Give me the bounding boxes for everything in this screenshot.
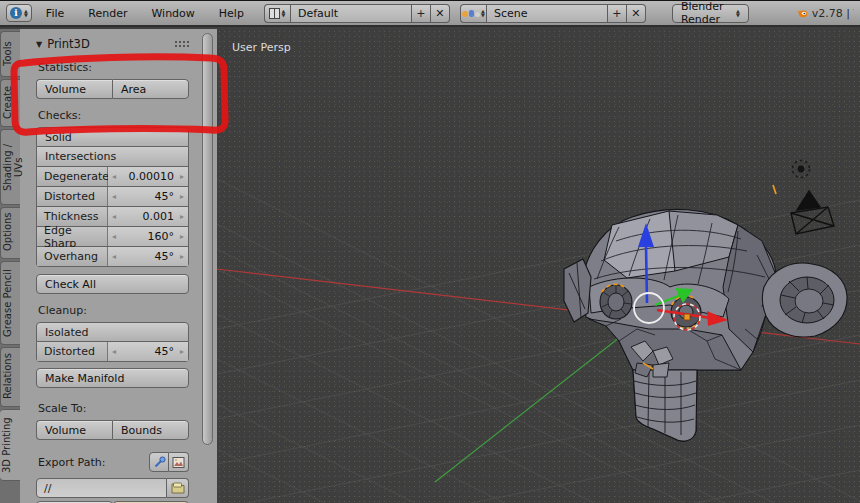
area-button[interactable]: Area	[112, 79, 189, 99]
stepper-right-icon[interactable]: ▸	[180, 347, 184, 356]
tab-create[interactable]: Create	[0, 79, 20, 127]
scene-browse-button[interactable]: ▲▼	[460, 4, 486, 23]
scale-bounds-button[interactable]: Bounds	[112, 420, 189, 440]
check-distorted-button[interactable]: Distorted	[37, 187, 108, 206]
panel-drag-dots-icon[interactable]	[174, 40, 189, 48]
stepper-right-icon[interactable]: ▸	[180, 172, 184, 181]
check-edge-sharp-row: Edge Sharp ◂ 160° ▸	[36, 227, 189, 247]
check-edge-sharp-button[interactable]: Edge Sharp	[37, 227, 108, 246]
distorted-value-slider[interactable]: ◂ 45° ▸	[108, 187, 188, 206]
export-path-row: //	[36, 478, 189, 498]
panel-collapse-icon: ▼	[36, 40, 42, 49]
degenerate-value-slider[interactable]: ◂ 0.00010 ▸	[108, 167, 188, 186]
export-path-input[interactable]: //	[36, 478, 167, 498]
export-path-label: Export Path:	[38, 456, 105, 469]
eyedropper-icon	[153, 456, 166, 469]
stepper-right-icon[interactable]: ▸	[180, 192, 184, 201]
layout-arrows-icon: ▲▼	[281, 9, 285, 17]
scene-arrows-icon: ▲▼	[481, 9, 485, 17]
print3d-panel-header[interactable]: ▼ Print3D	[36, 37, 189, 51]
scale-volume-button[interactable]: Volume	[36, 420, 112, 440]
tool-shelf: ▼ Print3D Statistics: Volume Area Checks…	[20, 29, 217, 503]
edge-sharp-value: 160°	[116, 230, 180, 243]
scene-icon	[462, 10, 480, 17]
make-manifold-label: Make Manifold	[45, 372, 124, 385]
menu-render[interactable]: Render	[78, 7, 137, 20]
viewport-scene	[217, 29, 860, 503]
check-intersections-button[interactable]: Intersections	[36, 147, 189, 167]
menu-window[interactable]: Window	[141, 7, 204, 20]
toolshelf-scrollbar-track[interactable]	[201, 33, 215, 499]
check-overhang-button[interactable]: Overhang	[37, 247, 108, 266]
statistics-label: Statistics:	[38, 61, 189, 74]
check-all-label: Check All	[45, 278, 96, 291]
menu-file[interactable]: File	[36, 7, 74, 20]
lamp-object[interactable]	[793, 161, 810, 178]
delete-scene-button[interactable]: ✕	[627, 4, 646, 23]
toolshelf-scrollbar-thumb[interactable]	[202, 33, 213, 445]
volume-button[interactable]: Volume	[36, 79, 112, 99]
render-engine-label: Blender Render	[681, 0, 728, 26]
blender-window: { "header": { "menus": ["File", "Render"…	[0, 0, 860, 503]
viewport-3d[interactable]: User Persp	[217, 29, 860, 503]
check-solid-label: Solid	[45, 131, 72, 144]
folder-icon	[171, 482, 185, 494]
tab-tools[interactable]: Tools	[0, 31, 20, 77]
panel-title: Print3D	[47, 37, 90, 51]
tab-relations[interactable]: Relations	[0, 347, 20, 407]
eyedropper-button[interactable]	[149, 452, 169, 472]
thickness-value-slider[interactable]: ◂ 0.001 ▸	[108, 207, 188, 226]
scale-to-buttons: Volume Bounds	[36, 420, 189, 440]
screen-layout-icon	[269, 8, 280, 19]
screen-layout-browse-button[interactable]: ▲▼	[264, 4, 290, 23]
cleanup-distorted-slider[interactable]: ◂ 45° ▸	[108, 342, 188, 361]
overhang-label: Overhang	[44, 250, 98, 263]
blender-logo-icon	[797, 6, 808, 21]
edge-sharp-label: Edge Sharp	[44, 224, 100, 250]
cleanup-distorted-value: 45°	[116, 345, 180, 358]
open-file-browser-button[interactable]	[167, 478, 189, 498]
image-preview-button[interactable]	[169, 452, 189, 472]
checks-label: Checks:	[38, 109, 189, 122]
camera-object[interactable]	[791, 191, 834, 234]
check-all-button[interactable]: Check All	[36, 274, 189, 294]
stepper-right-icon[interactable]: ▸	[180, 252, 184, 261]
version-text: v2.78 | Verts	[812, 7, 854, 20]
check-degenerate-button[interactable]: Degenerate	[37, 167, 108, 186]
suzanne-mesh[interactable]	[564, 185, 847, 441]
cleanup-block: Isolated Distorted ◂ 45° ▸	[36, 322, 189, 362]
distorted-label: Distorted	[44, 190, 95, 203]
overhang-value: 45°	[116, 250, 180, 263]
cleanup-distorted-button[interactable]: Distorted	[37, 342, 108, 361]
tab-shading-uvs[interactable]: Shading / UVs	[0, 129, 20, 205]
edge-sharp-value-slider[interactable]: ◂ 160° ▸	[108, 227, 188, 246]
add-layout-button[interactable]: +	[412, 4, 431, 23]
gizmo-z-arrow[interactable]	[646, 245, 647, 303]
distorted-value: 45°	[116, 190, 180, 203]
editor-type-selector[interactable]: i ▲▼	[6, 4, 32, 22]
stepper-right-icon[interactable]: ▸	[180, 212, 184, 221]
check-degenerate-row: Degenerate ◂ 0.00010 ▸	[36, 167, 189, 187]
add-scene-button[interactable]: +	[608, 4, 627, 23]
tab-grease-pencil[interactable]: Grease Pencil	[0, 261, 20, 345]
cleanup-isolated-button[interactable]: Isolated	[36, 322, 189, 342]
floor-grid	[217, 149, 860, 503]
check-distorted-row: Distorted ◂ 45° ▸	[36, 187, 189, 207]
toolshelf-tabstrip: Tools Create Shading / UVs Options Greas…	[0, 29, 20, 503]
make-manifold-button[interactable]: Make Manifold	[36, 368, 189, 388]
scene-combo: ▲▼ Scene + ✕	[460, 4, 646, 23]
delete-layout-button[interactable]: ✕	[431, 4, 450, 23]
render-engine-dropdown[interactable]: Blender Render ▲▼	[672, 4, 749, 23]
screen-layout-name-field[interactable]: Default	[290, 4, 412, 23]
menu-help[interactable]: Help	[209, 7, 254, 20]
stepper-right-icon[interactable]: ▸	[180, 232, 184, 241]
check-overhang-row: Overhang ◂ 45° ▸	[36, 247, 189, 267]
tab-3d-printing[interactable]: 3D Printing	[0, 409, 20, 481]
scale-to-label: Scale To:	[38, 402, 189, 415]
engine-arrows-icon: ▲▼	[736, 9, 740, 17]
tab-options[interactable]: Options	[0, 207, 20, 259]
overhang-value-slider[interactable]: ◂ 45° ▸	[108, 247, 188, 266]
degenerate-label: Degenerate	[44, 170, 109, 183]
scene-name-field[interactable]: Scene	[486, 4, 608, 23]
check-solid-button[interactable]: Solid	[36, 127, 189, 147]
